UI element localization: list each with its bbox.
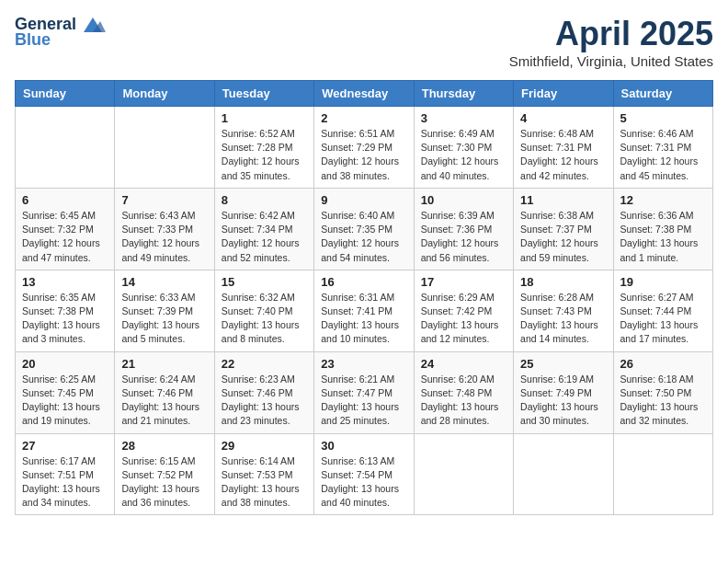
calendar-cell: 21Sunrise: 6:24 AM Sunset: 7:46 PM Dayli… [115, 351, 214, 433]
calendar-cell [613, 433, 712, 515]
calendar-week-row: 6Sunrise: 6:45 AM Sunset: 7:32 PM Daylig… [16, 188, 713, 270]
logo-icon [80, 16, 106, 34]
day-info: Sunrise: 6:15 AM Sunset: 7:52 PM Dayligh… [121, 454, 207, 511]
day-number: 14 [121, 275, 207, 289]
day-number: 4 [520, 111, 606, 125]
header: General Blue April 2025 Smithfield, Virg… [15, 15, 713, 69]
calendar-cell: 9Sunrise: 6:40 AM Sunset: 7:35 PM Daylig… [314, 188, 414, 270]
day-info: Sunrise: 6:27 AM Sunset: 7:44 PM Dayligh… [620, 291, 706, 347]
calendar-cell: 25Sunrise: 6:19 AM Sunset: 7:49 PM Dayli… [514, 351, 613, 433]
day-number: 16 [321, 275, 406, 289]
day-info: Sunrise: 6:52 AM Sunset: 7:28 PM Dayligh… [222, 127, 307, 183]
day-info: Sunrise: 6:20 AM Sunset: 7:48 PM Dayligh… [421, 373, 506, 429]
day-number: 11 [520, 193, 606, 207]
calendar-header-saturday: Saturday [613, 81, 712, 107]
calendar-cell: 19Sunrise: 6:27 AM Sunset: 7:44 PM Dayli… [613, 270, 712, 351]
day-number: 26 [620, 357, 706, 371]
page-title: April 2025 [509, 15, 713, 53]
day-number: 6 [22, 193, 108, 207]
day-info: Sunrise: 6:45 AM Sunset: 7:32 PM Dayligh… [22, 209, 108, 265]
calendar-week-row: 1Sunrise: 6:52 AM Sunset: 7:28 PM Daylig… [16, 107, 713, 189]
day-number: 9 [321, 193, 406, 207]
day-info: Sunrise: 6:49 AM Sunset: 7:30 PM Dayligh… [421, 127, 506, 183]
day-number: 2 [321, 111, 406, 125]
calendar-cell: 1Sunrise: 6:52 AM Sunset: 7:28 PM Daylig… [214, 107, 313, 189]
logo: General Blue [15, 15, 106, 50]
calendar-cell: 12Sunrise: 6:36 AM Sunset: 7:38 PM Dayli… [613, 188, 712, 270]
day-info: Sunrise: 6:36 AM Sunset: 7:38 PM Dayligh… [620, 209, 706, 265]
calendar-cell [115, 107, 214, 189]
calendar-cell: 30Sunrise: 6:13 AM Sunset: 7:54 PM Dayli… [314, 433, 414, 515]
calendar-cell: 8Sunrise: 6:42 AM Sunset: 7:34 PM Daylig… [214, 188, 313, 270]
day-number: 17 [421, 275, 506, 289]
day-info: Sunrise: 6:17 AM Sunset: 7:51 PM Dayligh… [22, 454, 108, 511]
calendar-cell: 16Sunrise: 6:31 AM Sunset: 7:41 PM Dayli… [314, 270, 414, 351]
day-number: 27 [22, 439, 108, 453]
day-number: 12 [620, 193, 706, 207]
calendar-cell: 2Sunrise: 6:51 AM Sunset: 7:29 PM Daylig… [314, 107, 414, 189]
day-info: Sunrise: 6:29 AM Sunset: 7:42 PM Dayligh… [421, 291, 506, 347]
calendar-week-row: 20Sunrise: 6:25 AM Sunset: 7:45 PM Dayli… [16, 351, 713, 433]
day-info: Sunrise: 6:21 AM Sunset: 7:47 PM Dayligh… [321, 373, 406, 429]
day-info: Sunrise: 6:33 AM Sunset: 7:39 PM Dayligh… [121, 291, 207, 347]
calendar-cell: 18Sunrise: 6:28 AM Sunset: 7:43 PM Dayli… [514, 270, 613, 351]
day-info: Sunrise: 6:38 AM Sunset: 7:37 PM Dayligh… [520, 209, 606, 265]
calendar-cell: 20Sunrise: 6:25 AM Sunset: 7:45 PM Dayli… [16, 351, 115, 433]
day-number: 21 [121, 357, 207, 371]
calendar-header-wednesday: Wednesday [314, 81, 414, 107]
day-number: 29 [222, 439, 307, 453]
day-info: Sunrise: 6:39 AM Sunset: 7:36 PM Dayligh… [421, 209, 506, 265]
day-number: 13 [22, 275, 108, 289]
calendar-cell: 23Sunrise: 6:21 AM Sunset: 7:47 PM Dayli… [314, 351, 414, 433]
calendar-header-friday: Friday [514, 81, 613, 107]
day-number: 8 [222, 193, 307, 207]
day-info: Sunrise: 6:14 AM Sunset: 7:53 PM Dayligh… [222, 454, 307, 511]
day-info: Sunrise: 6:24 AM Sunset: 7:46 PM Dayligh… [121, 373, 207, 429]
day-number: 5 [620, 111, 706, 125]
calendar-header-sunday: Sunday [16, 81, 115, 107]
calendar-cell: 17Sunrise: 6:29 AM Sunset: 7:42 PM Dayli… [414, 270, 513, 351]
calendar-cell: 13Sunrise: 6:35 AM Sunset: 7:38 PM Dayli… [16, 270, 115, 351]
calendar-cell [514, 433, 613, 515]
day-info: Sunrise: 6:35 AM Sunset: 7:38 PM Dayligh… [22, 291, 108, 347]
calendar-cell: 15Sunrise: 6:32 AM Sunset: 7:40 PM Dayli… [214, 270, 313, 351]
calendar-cell [414, 433, 513, 515]
calendar-cell: 29Sunrise: 6:14 AM Sunset: 7:53 PM Dayli… [214, 433, 313, 515]
calendar-cell: 6Sunrise: 6:45 AM Sunset: 7:32 PM Daylig… [16, 188, 115, 270]
calendar-cell: 10Sunrise: 6:39 AM Sunset: 7:36 PM Dayli… [414, 188, 513, 270]
calendar-header-tuesday: Tuesday [214, 81, 313, 107]
day-info: Sunrise: 6:48 AM Sunset: 7:31 PM Dayligh… [520, 127, 606, 183]
calendar-cell: 22Sunrise: 6:23 AM Sunset: 7:46 PM Dayli… [214, 351, 313, 433]
day-number: 23 [321, 357, 406, 371]
day-number: 1 [222, 111, 307, 125]
day-info: Sunrise: 6:31 AM Sunset: 7:41 PM Dayligh… [321, 291, 406, 347]
calendar-cell: 4Sunrise: 6:48 AM Sunset: 7:31 PM Daylig… [514, 107, 613, 189]
calendar-week-row: 13Sunrise: 6:35 AM Sunset: 7:38 PM Dayli… [16, 270, 713, 351]
day-number: 19 [620, 275, 706, 289]
day-info: Sunrise: 6:51 AM Sunset: 7:29 PM Dayligh… [321, 127, 406, 183]
calendar-header-monday: Monday [115, 81, 214, 107]
page-subtitle: Smithfield, Virginia, United States [509, 53, 713, 69]
day-number: 3 [421, 111, 506, 125]
day-info: Sunrise: 6:13 AM Sunset: 7:54 PM Dayligh… [321, 454, 406, 511]
calendar-cell: 26Sunrise: 6:18 AM Sunset: 7:50 PM Dayli… [613, 351, 712, 433]
day-number: 25 [520, 357, 606, 371]
calendar-cell: 28Sunrise: 6:15 AM Sunset: 7:52 PM Dayli… [115, 433, 214, 515]
day-info: Sunrise: 6:18 AM Sunset: 7:50 PM Dayligh… [620, 373, 706, 429]
calendar-header-row: SundayMondayTuesdayWednesdayThursdayFrid… [16, 81, 713, 107]
day-info: Sunrise: 6:28 AM Sunset: 7:43 PM Dayligh… [520, 291, 606, 347]
day-info: Sunrise: 6:43 AM Sunset: 7:33 PM Dayligh… [121, 209, 207, 265]
day-number: 28 [121, 439, 207, 453]
day-number: 30 [321, 439, 406, 453]
day-number: 22 [222, 357, 307, 371]
title-area: April 2025 Smithfield, Virginia, United … [509, 15, 713, 69]
calendar-cell: 7Sunrise: 6:43 AM Sunset: 7:33 PM Daylig… [115, 188, 214, 270]
calendar-cell: 14Sunrise: 6:33 AM Sunset: 7:39 PM Dayli… [115, 270, 214, 351]
calendar-cell: 11Sunrise: 6:38 AM Sunset: 7:37 PM Dayli… [514, 188, 613, 270]
calendar-table: SundayMondayTuesdayWednesdayThursdayFrid… [15, 80, 713, 515]
day-number: 7 [121, 193, 207, 207]
day-info: Sunrise: 6:23 AM Sunset: 7:46 PM Dayligh… [222, 373, 307, 429]
day-info: Sunrise: 6:42 AM Sunset: 7:34 PM Dayligh… [222, 209, 307, 265]
calendar-cell: 24Sunrise: 6:20 AM Sunset: 7:48 PM Dayli… [414, 351, 513, 433]
calendar-cell [16, 107, 115, 189]
